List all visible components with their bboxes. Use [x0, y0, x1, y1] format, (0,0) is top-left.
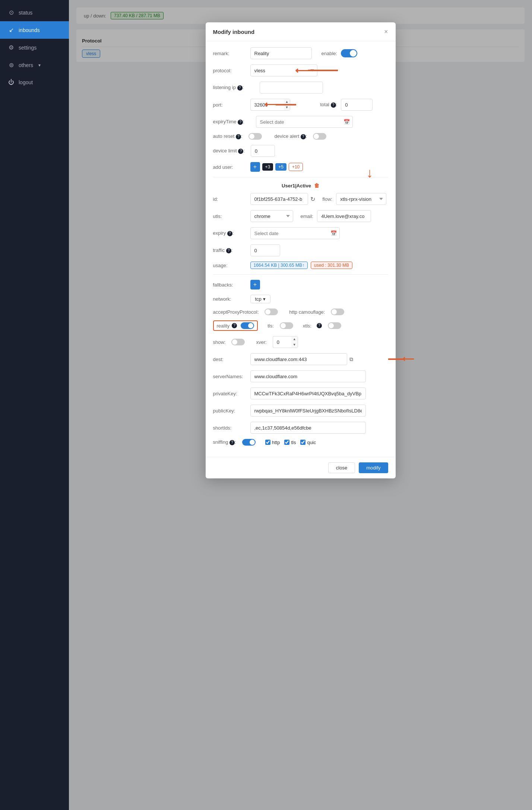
sniffing-http-checkbox[interactable] — [265, 440, 270, 445]
logout-icon: ⏻ — [7, 79, 15, 86]
reality-help[interactable]: ? — [232, 323, 237, 328]
sidebar-item-status[interactable]: ⊙ status — [0, 4, 69, 21]
sniffing-help[interactable]: ? — [229, 440, 235, 445]
server-names-input[interactable] — [250, 370, 366, 382]
sniffing-quic-label[interactable]: quic — [300, 440, 316, 445]
modify-button[interactable]: modify — [359, 462, 388, 473]
sidebar-item-logout[interactable]: ⏻ logout — [0, 74, 69, 91]
modal-title: Modify inbound — [213, 29, 255, 35]
enable-label: enable: — [322, 51, 338, 56]
usage-row: usage: 1664.54 KB | 300.65 MB↑ used : 30… — [213, 262, 388, 269]
auto-reset-toggle[interactable] — [248, 133, 262, 140]
total-help[interactable]: ? — [331, 102, 336, 108]
add-user-plus-button[interactable]: + — [250, 162, 260, 172]
xtls-help[interactable]: ? — [317, 323, 322, 328]
sniffing-quic-checkbox[interactable] — [300, 440, 305, 445]
device-limit-help[interactable]: ? — [238, 149, 243, 154]
tls-label: tls: — [267, 323, 274, 329]
sidebar-item-label: status — [19, 10, 32, 16]
traffic-help[interactable]: ? — [226, 248, 231, 253]
total-input[interactable] — [341, 99, 373, 111]
device-alert-label: device alert ?: — [275, 133, 307, 139]
copy-icon[interactable]: ⧉ — [349, 356, 353, 363]
sniffing-tls-checkbox[interactable] — [284, 440, 289, 445]
user-expiry-input[interactable] — [250, 227, 340, 239]
email-input[interactable] — [317, 210, 371, 222]
device-limit-input[interactable] — [251, 145, 275, 157]
modal-close-button[interactable]: × — [384, 28, 388, 35]
reality-toggle[interactable] — [241, 322, 254, 329]
modal-overlay: Modify inbound × remark: enable: p — [69, 0, 532, 810]
add-user-5-button[interactable]: +5 — [275, 163, 286, 171]
protocol-row: protocol: vless vmess trojan shadowsocks… — [213, 64, 388, 76]
auto-reset-help[interactable]: ? — [236, 134, 241, 139]
expiry-label: expiryTime ?: — [213, 119, 252, 125]
sidebar-item-label: inbounds — [19, 27, 40, 33]
private-key-input[interactable] — [250, 387, 366, 399]
auto-reset-row: auto reset ?: device alert ?: — [213, 133, 388, 140]
refresh-id-button[interactable]: ↻ — [310, 196, 315, 203]
tls-toggle[interactable] — [280, 322, 293, 329]
user-expiry-wrap: 📅 — [250, 227, 340, 239]
show-toggle[interactable] — [231, 339, 245, 345]
device-alert-toggle[interactable] — [313, 133, 326, 140]
xtls-toggle[interactable] — [328, 322, 341, 329]
sniffing-label: sniffing ?: — [213, 439, 236, 445]
user-name-status: User1|Active — [282, 183, 311, 189]
others-icon: ⊚ — [7, 61, 15, 69]
xver-label: xver: — [256, 339, 266, 345]
enable-toggle[interactable] — [341, 49, 357, 57]
port-decrement[interactable]: ▼ — [284, 105, 290, 110]
delete-user-icon[interactable]: 🗑 — [314, 183, 319, 189]
show-xver-row: show: xver: ▲ ▼ — [213, 336, 388, 348]
user-expiry-help[interactable]: ? — [227, 231, 232, 236]
device-alert-help[interactable]: ? — [301, 134, 306, 139]
port-arrow-line — [276, 104, 296, 105]
chevron-down-icon: ▾ — [38, 63, 41, 68]
remark-input[interactable] — [250, 47, 312, 59]
xver-increment[interactable]: ▲ — [291, 336, 298, 342]
modal-footer: close modify — [206, 457, 396, 478]
network-row: network: tcp ▾ — [213, 295, 388, 303]
expiry-date-input[interactable] — [256, 116, 353, 128]
reality-label: reality — [217, 323, 230, 329]
network-select[interactable]: tcp ▾ — [250, 295, 270, 303]
public-key-input[interactable] — [250, 405, 366, 417]
main-content: up / down: 737.40 KB / 287.71 MB Protoco… — [69, 0, 532, 810]
xver-input[interactable] — [273, 336, 291, 348]
remark-row: remark: enable: — [213, 47, 388, 59]
flow-select[interactable]: xtls-rprx-vision none — [336, 193, 386, 205]
short-ids-row: shortIds: — [213, 422, 388, 434]
traffic-input[interactable] — [250, 244, 280, 256]
sniffing-tls-label[interactable]: tls — [284, 440, 296, 445]
sidebar-item-inbounds[interactable]: ↙ inbounds — [0, 21, 69, 39]
sidebar-item-others[interactable]: ⊚ others ▾ — [0, 56, 69, 74]
accept-proxy-toggle[interactable] — [265, 309, 278, 315]
sniffing-http-label[interactable]: http — [265, 440, 280, 445]
dest-arrow: ⟵ — [402, 354, 414, 364]
private-key-label: privateKey: — [213, 391, 247, 396]
sidebar-item-settings[interactable]: ⚙ settings — [0, 39, 69, 56]
xver-spinners: ▲ ▼ — [291, 336, 298, 348]
utls-email-row: utls: chrome firefox safari email: — [213, 210, 388, 222]
sidebar-item-label: settings — [19, 45, 37, 51]
fallbacks-add-button[interactable]: + — [250, 280, 260, 289]
utls-select[interactable]: chrome firefox safari — [250, 210, 293, 222]
short-ids-input[interactable] — [250, 422, 366, 434]
expiry-help[interactable]: ? — [238, 120, 243, 125]
xver-decrement[interactable]: ▼ — [291, 342, 298, 348]
sniffing-toggle[interactable] — [242, 439, 256, 446]
listening-ip-help[interactable]: ? — [237, 85, 243, 91]
usage-value1: 1664.54 KB | 300.65 MB↑ — [250, 262, 308, 269]
user-expiry-label: expiry ?: — [213, 230, 247, 236]
device-limit-label: device limit ?: — [213, 148, 245, 154]
close-button[interactable]: close — [328, 462, 355, 473]
listening-ip-input[interactable] — [260, 82, 323, 94]
add-user-3-button[interactable]: +3 — [262, 163, 273, 171]
dest-arrow-line — [388, 358, 403, 360]
private-key-row: privateKey: — [213, 387, 388, 399]
id-input[interactable] — [250, 193, 308, 205]
http-camouflage-toggle[interactable] — [331, 309, 344, 315]
dest-input[interactable] — [250, 353, 347, 365]
add-user-10-button[interactable]: +10 — [289, 163, 303, 171]
